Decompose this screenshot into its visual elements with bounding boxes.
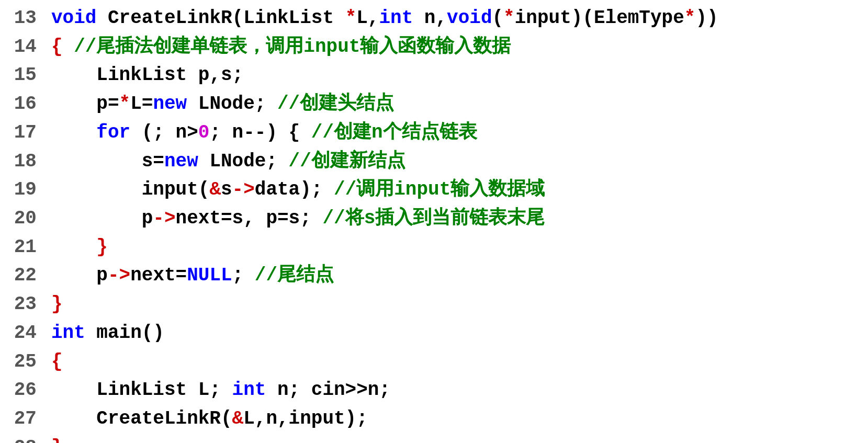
token: ->	[232, 179, 255, 200]
token: data);	[255, 179, 334, 200]
token: //创建n个结点链表	[311, 122, 477, 143]
token: input)(ElemType	[515, 7, 684, 29]
line-content: { //尾插法创建单链表，调用input输入函数输入数据	[51, 33, 868, 62]
token: }	[51, 293, 63, 315]
line-content: input(&s->data); //调用input输入数据域	[51, 176, 868, 205]
token: LNode;	[187, 93, 277, 115]
token: ;	[232, 265, 255, 286]
token: }	[51, 437, 63, 443]
code-line: 26 LinkList L; int n; cin>>n;	[0, 376, 868, 405]
token: int	[232, 379, 266, 401]
token: void	[51, 7, 96, 29]
code-line: 20 p->next=s, p=s; //将s插入到当前链表末尾	[0, 205, 868, 233]
line-content: }	[51, 434, 868, 443]
line-content: p->next=s, p=s; //将s插入到当前链表末尾	[51, 205, 868, 233]
line-content: for (; n>0; n--) { //创建n个结点链表	[51, 119, 868, 147]
code-line: 28}	[0, 434, 868, 443]
token: int	[51, 322, 85, 344]
token: void	[447, 7, 492, 29]
line-number: 26	[0, 376, 51, 405]
token: //调用input输入数据域	[334, 179, 545, 200]
token: LNode;	[198, 151, 289, 172]
line-content: {	[51, 348, 868, 377]
token: NULL	[187, 265, 232, 286]
line-number: 13	[0, 4, 51, 33]
line-number: 15	[0, 61, 51, 90]
code-line: 25{	[0, 348, 868, 377]
token: *	[684, 7, 696, 29]
token: //创建头结点	[277, 93, 394, 115]
token: 0	[198, 122, 210, 143]
code-line: 16 p=*L=new LNode; //创建头结点	[0, 90, 868, 119]
token: s=	[51, 151, 164, 172]
code-line: 15 LinkList p,s;	[0, 61, 868, 90]
code-line: 23}	[0, 290, 868, 319]
token: {	[51, 36, 74, 58]
token: L=	[130, 93, 153, 115]
token: //创建新结点	[289, 151, 405, 172]
token: CreateLinkR(LinkList	[96, 7, 345, 29]
line-content: }	[51, 233, 868, 262]
token: s	[221, 179, 232, 200]
token: ; n--) {	[209, 122, 311, 143]
token: {	[51, 351, 63, 372]
line-number: 22	[0, 262, 51, 290]
code-block: 13void CreateLinkR(LinkList *L,int n,voi…	[0, 4, 868, 443]
line-content: }	[51, 290, 868, 319]
line-content: s=new LNode; //创建新结点	[51, 147, 868, 176]
code-line: 18 s=new LNode; //创建新结点	[0, 147, 868, 176]
token: p	[51, 208, 153, 229]
line-content: LinkList L; int n; cin>>n;	[51, 376, 868, 405]
token: for	[96, 122, 130, 143]
line-content: int main()	[51, 319, 868, 348]
line-number: 25	[0, 348, 51, 377]
token	[51, 122, 96, 143]
line-number: 16	[0, 90, 51, 119]
token: &	[209, 179, 221, 200]
token: next=s, p=s;	[176, 208, 323, 229]
line-number: 28	[0, 434, 51, 443]
line-content: void CreateLinkR(LinkList *L,int n,void(…	[51, 4, 868, 33]
line-number: 24	[0, 319, 51, 348]
code-line: 21 }	[0, 233, 868, 262]
line-number: 21	[0, 233, 51, 262]
token: //尾结点	[255, 265, 334, 286]
token: CreateLinkR(	[51, 408, 232, 429]
token: main()	[85, 322, 164, 344]
token: ->	[153, 208, 175, 229]
token: n,	[413, 7, 447, 29]
code-line: 22 p->next=NULL; //尾结点	[0, 262, 868, 290]
line-number: 20	[0, 205, 51, 233]
code-line: 27 CreateLinkR(&L,n,input);	[0, 405, 868, 434]
token	[51, 236, 96, 258]
code-line: 24int main()	[0, 319, 868, 348]
line-content: p->next=NULL; //尾结点	[51, 262, 868, 290]
token: n; cin>>n;	[266, 379, 390, 401]
token: L,	[356, 7, 379, 29]
token: LinkList L;	[51, 379, 232, 401]
token: &	[232, 408, 244, 429]
token: input(	[51, 179, 209, 200]
token: //将s插入到当前链表末尾	[322, 208, 545, 229]
line-number: 17	[0, 119, 51, 147]
code-line: 14{ //尾插法创建单链表，调用input输入函数输入数据	[0, 33, 868, 62]
line-content: LinkList p,s;	[51, 61, 868, 90]
token: ->	[108, 265, 130, 286]
code-line: 17 for (; n>0; n--) { //创建n个结点链表	[0, 119, 868, 147]
token: new	[164, 151, 198, 172]
token: (	[492, 7, 504, 29]
code-line: 13void CreateLinkR(LinkList *L,int n,voi…	[0, 4, 868, 33]
token: }	[96, 236, 108, 258]
token: ))	[695, 7, 718, 29]
token: (; n>	[130, 122, 198, 143]
token: //尾插法创建单链表，调用input输入函数输入数据	[74, 36, 511, 58]
line-number: 23	[0, 290, 51, 319]
line-number: 27	[0, 405, 51, 434]
line-number: 14	[0, 33, 51, 62]
line-content: p=*L=new LNode; //创建头结点	[51, 90, 868, 119]
line-number: 19	[0, 176, 51, 205]
token: next=	[130, 265, 187, 286]
line-content: CreateLinkR(&L,n,input);	[51, 405, 868, 434]
line-number: 18	[0, 147, 51, 176]
token: *	[345, 7, 357, 29]
